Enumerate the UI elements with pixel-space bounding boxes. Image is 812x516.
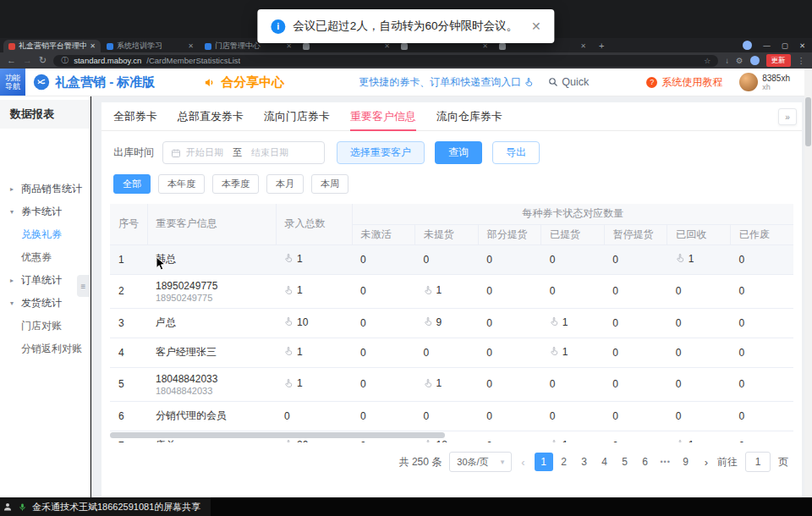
cell-status[interactable]: 0 — [667, 308, 731, 338]
pagination-page[interactable]: 4 — [595, 453, 614, 471]
cell-status[interactable]: 0 — [352, 367, 415, 401]
cell-total[interactable]: 1 — [276, 274, 352, 308]
cell-status[interactable]: 0 — [667, 274, 731, 308]
quick-search[interactable]: Quick — [548, 76, 589, 88]
update-button[interactable]: 更新 — [766, 54, 791, 67]
cell-total[interactable]: 10 — [276, 308, 352, 338]
sidebar-item[interactable]: ▸商品销售统计 — [0, 178, 90, 200]
menu-icon[interactable]: ⋮ — [798, 56, 806, 65]
sidebar-subitem[interactable]: 门店对账 — [0, 315, 90, 338]
next-page-button[interactable]: › — [703, 456, 710, 469]
content-tab[interactable]: 流向门店券卡 — [264, 102, 330, 130]
share-center-link[interactable]: 合分享中心 — [204, 74, 284, 91]
pagination-page[interactable]: 3 — [575, 453, 594, 471]
tab-close-icon[interactable]: ✕ — [384, 42, 390, 50]
quick-entry-link[interactable]: 更快捷的券卡、订单和快递查询入口 — [359, 75, 534, 90]
tutorial-link[interactable]: ? 系统使用教程 — [646, 75, 722, 90]
pagination-ellipsis[interactable]: ••• — [656, 453, 675, 471]
scrollbar-thumb[interactable] — [805, 97, 811, 146]
new-tab-button[interactable]: + — [599, 41, 604, 51]
cell-status[interactable]: 1 — [541, 308, 605, 338]
cell-status[interactable]: 0 — [604, 244, 667, 274]
cell-status[interactable]: 0 — [478, 274, 541, 308]
tab-close-icon[interactable]: ✕ — [286, 42, 292, 50]
tab-close-icon[interactable]: ✕ — [90, 42, 96, 50]
select-customer-button[interactable]: 选择重要客户 — [337, 141, 425, 164]
export-button[interactable]: 导出 — [492, 141, 540, 164]
extensions-icon[interactable]: ⚙ — [736, 56, 743, 65]
refresh-icon[interactable]: ↻ — [39, 56, 47, 65]
pagination-page[interactable]: 2 — [555, 453, 573, 471]
profile-avatar[interactable] — [750, 56, 760, 65]
table-row[interactable]: 1韩总10000010 — [110, 244, 793, 274]
pagination-page[interactable]: 6 — [636, 453, 655, 471]
cell-status[interactable]: 0 — [478, 244, 541, 274]
content-tab[interactable]: 流向仓库券卡 — [436, 102, 502, 130]
cell-status[interactable]: 0 — [415, 244, 479, 274]
close-icon[interactable]: ✕ — [531, 19, 541, 33]
cell-status[interactable]: 0 — [730, 338, 793, 367]
pagination-page[interactable]: 1 — [535, 453, 553, 471]
cell-status[interactable]: 0 — [478, 401, 541, 431]
pagination-page[interactable]: 9 — [677, 453, 695, 471]
cell-status[interactable]: 1 — [415, 274, 479, 308]
table-row[interactable]: 4客户经理张三10001000 — [110, 338, 793, 367]
cell-status[interactable]: 0 — [604, 338, 667, 367]
browser-tab[interactable]: 礼盒营销平台管理中心✕ — [3, 40, 101, 52]
scrollbar-thumb[interactable] — [110, 432, 445, 438]
cell-status[interactable]: 1 — [667, 244, 731, 274]
cell-status[interactable]: 0 — [730, 308, 793, 338]
table-row[interactable]: 3卢总100901000 — [110, 308, 793, 338]
back-icon[interactable]: ← — [7, 56, 16, 65]
cell-status[interactable]: 0 — [478, 367, 541, 401]
collapse-panel-button[interactable]: » — [778, 108, 797, 125]
cell-status[interactable]: 0 — [415, 401, 479, 431]
cell-total[interactable]: 1 — [276, 367, 352, 401]
cell-status[interactable]: 0 — [730, 244, 793, 274]
download-icon[interactable]: ↓ — [725, 56, 729, 65]
cell-status[interactable]: 0 — [352, 244, 415, 274]
cell-status[interactable]: 0 — [478, 308, 541, 338]
url-input[interactable]: ⓘ standard.maboy.cn /CardMemberStatistic… — [53, 55, 718, 67]
browser-tab[interactable]: 系统培训学习✕ — [102, 40, 199, 52]
quick-filter-chip[interactable]: 本年度 — [158, 174, 205, 194]
search-button[interactable]: 查询 — [435, 141, 482, 164]
sidebar-item[interactable]: ▾发货统计 — [0, 292, 90, 315]
quick-filter-chip[interactable]: 本周 — [311, 174, 348, 194]
cell-status[interactable]: 0 — [730, 274, 793, 308]
cell-status[interactable]: 0 — [604, 274, 667, 308]
quick-filter-chip[interactable]: 全部 — [113, 174, 151, 194]
cell-status[interactable]: 0 — [478, 338, 541, 367]
content-tab[interactable]: 全部券卡 — [113, 102, 157, 130]
cell-status[interactable]: 0 — [352, 308, 415, 338]
date-range-input[interactable]: 开始日期 至 结束日期 — [162, 141, 325, 164]
close-button[interactable]: ✕ — [799, 41, 805, 50]
maximize-button[interactable]: ▢ — [782, 41, 788, 50]
sidebar-subitem[interactable]: 分销返利对账 — [0, 338, 90, 360]
browser-profile-icon[interactable] — [743, 41, 752, 50]
cell-status[interactable]: 0 — [667, 338, 731, 367]
cell-status[interactable]: 0 — [541, 274, 605, 308]
cell-status[interactable]: 1 — [541, 338, 605, 367]
pagination-page[interactable]: 5 — [616, 453, 634, 471]
bookmark-icon[interactable]: ☆ — [704, 57, 710, 65]
cell-total[interactable]: 1 — [276, 338, 352, 367]
page-size-select[interactable]: 30条/页 ▾ — [449, 452, 512, 472]
sidebar-subitem[interactable]: 优惠券 — [0, 246, 90, 269]
cell-status[interactable]: 1 — [415, 367, 479, 401]
cell-status[interactable]: 0 — [604, 367, 667, 401]
cell-total[interactable]: 1 — [276, 244, 352, 274]
cell-status[interactable]: 0 — [352, 401, 415, 431]
sidebar-item[interactable]: ▾券卡统计 — [0, 200, 90, 223]
cell-status[interactable]: 9 — [415, 308, 479, 338]
cell-status[interactable]: 0 — [667, 401, 731, 431]
sidebar-toggle[interactable]: ≡ — [77, 275, 90, 297]
goto-page-input[interactable]: 1 — [745, 452, 771, 472]
table-row[interactable]: 2189502497751895024977510100000 — [110, 274, 793, 308]
tab-close-icon[interactable]: ✕ — [188, 42, 194, 50]
prev-page-button[interactable]: ‹ — [519, 456, 526, 469]
table-row[interactable]: 5180488420331804884203310100000 — [110, 367, 793, 401]
nav-menu-button[interactable]: 功能 导航 — [0, 69, 25, 96]
content-tab[interactable]: 总部直发券卡 — [178, 102, 244, 130]
cell-status[interactable]: 0 — [541, 401, 605, 431]
